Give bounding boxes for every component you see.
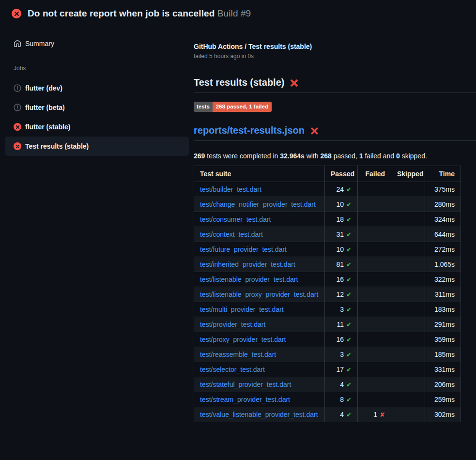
sidebar-item-test-results-stable[interactable]: Test results (stable)	[5, 137, 189, 156]
time-cell: 259ms	[425, 392, 461, 407]
x-mark-icon: ✘	[380, 411, 385, 418]
suite-cell: test/future_provider_test.dart	[194, 242, 325, 257]
check-mark-icon: ✔	[346, 351, 352, 358]
check-mark-icon: ✔	[346, 306, 352, 313]
test-results-table: Test suite Passed Failed Skipped Time te…	[194, 166, 461, 422]
alert-circle-icon	[14, 84, 21, 92]
time-cell: 280ms	[425, 197, 461, 212]
check-mark-icon: ✔	[346, 381, 352, 388]
suite-cell: test/provider_test.dart	[194, 317, 325, 332]
time-cell: 302ms	[425, 407, 461, 422]
failed-cell	[358, 392, 391, 407]
test-suite-link[interactable]: test/future_provider_test.dart	[200, 245, 287, 253]
test-suite-link[interactable]: test/change_notifier_provider_test.dart	[200, 200, 316, 208]
suite-cell: test/builder_test.dart	[194, 182, 325, 197]
passed-cell: 10✔	[325, 197, 358, 212]
check-mark-icon: ✔	[346, 186, 352, 193]
time-cell: 185ms	[425, 347, 461, 362]
time-cell: 183ms	[425, 302, 461, 317]
test-suite-link[interactable]: test/selector_test.dart	[200, 366, 265, 373]
test-suite-link[interactable]: test/provider_test.dart	[200, 321, 265, 328]
passed-cell: 31✔	[325, 227, 358, 242]
skipped-cell	[391, 182, 425, 197]
check-mark-icon: ✔	[346, 216, 352, 223]
suite-cell: test/context_test.dart	[194, 227, 325, 242]
time-cell: 206ms	[425, 377, 461, 392]
test-suite-link[interactable]: test/proxy_provider_test.dart	[200, 336, 286, 343]
passed-cell: 16✔	[325, 272, 358, 287]
suite-cell: test/change_notifier_provider_test.dart	[194, 197, 325, 212]
section-heading-text: Test results (stable)	[194, 77, 284, 88]
table-row: test/stateful_provider_test.dart4✔206ms	[194, 377, 461, 392]
time-cell: 359ms	[425, 332, 461, 347]
badge-label: tests	[194, 102, 213, 112]
suite-cell: test/reassemble_test.dart	[194, 347, 325, 362]
section-heading: Test results (stable)	[194, 77, 476, 93]
test-suite-link[interactable]: test/consumer_test.dart	[200, 215, 271, 223]
column-header-passed: Passed	[325, 166, 358, 182]
report-file-link[interactable]: reports/test-results.json	[194, 125, 305, 136]
passed-cell: 11✔	[325, 317, 358, 332]
passed-cell: 4✔	[325, 407, 358, 422]
run-name: Do not create report when job is cancell…	[28, 8, 215, 18]
sidebar-item-label: flutter (stable)	[25, 123, 70, 131]
sidebar-item-flutter-beta[interactable]: flutter (beta)	[5, 98, 189, 117]
table-row: test/future_provider_test.dart10✔272ms	[194, 242, 461, 257]
test-suite-link[interactable]: test/listenable_proxy_provider_test.dart	[200, 291, 318, 298]
time-cell: 375ms	[425, 182, 461, 197]
skipped-cell	[391, 227, 425, 242]
test-suite-link[interactable]: test/context_test.dart	[200, 230, 263, 238]
test-suite-link[interactable]: test/value_listenable_provider_test.dart	[200, 411, 318, 418]
table-row: test/reassemble_test.dart3✔185ms	[194, 347, 461, 362]
time-cell: 322ms	[425, 272, 461, 287]
test-suite-link[interactable]: test/stream_provider_test.dart	[200, 396, 290, 403]
sidebar-item-label: Summary	[25, 40, 54, 47]
failed-cell	[358, 197, 391, 212]
table-row: test/consumer_test.dart18✔324ms	[194, 212, 461, 227]
table-row: test/change_notifier_provider_test.dart1…	[194, 197, 461, 212]
skipped-cell	[391, 272, 425, 287]
table-row: test/multi_provider_test.dart3✔183ms	[194, 302, 461, 317]
time-cell: 272ms	[425, 242, 461, 257]
sidebar: Summary Jobs flutter (dev)flutter (beta)…	[0, 27, 194, 156]
sidebar-item-flutter-dev[interactable]: flutter (dev)	[5, 78, 189, 98]
page-title: Do not create report when job is cancell…	[28, 8, 251, 19]
time-cell: 644ms	[425, 227, 461, 242]
test-suite-link[interactable]: test/multi_provider_test.dart	[200, 306, 284, 313]
main-content: GitHub Actions / Test results (stable) f…	[194, 27, 476, 422]
test-suite-link[interactable]: test/stateful_provider_test.dart	[200, 381, 291, 388]
skipped-cell	[391, 317, 425, 332]
column-header-time: Time	[425, 166, 461, 182]
table-row: test/builder_test.dart24✔375ms	[194, 182, 461, 197]
table-row: test/selector_test.dart17✔331ms	[194, 362, 461, 377]
failed-cell	[358, 182, 391, 197]
cross-mark-icon	[310, 126, 319, 136]
suite-cell: test/stream_provider_test.dart	[194, 392, 325, 407]
test-suite-link[interactable]: test/inherited_provider_test.dart	[200, 261, 295, 268]
test-suite-link[interactable]: test/listenable_provider_test.dart	[200, 276, 298, 283]
cross-mark-icon	[290, 78, 299, 88]
skipped-cell	[391, 257, 425, 272]
suite-cell: test/inherited_provider_test.dart	[194, 257, 325, 272]
failed-cell	[358, 347, 391, 362]
x-circle-fill-icon	[14, 123, 21, 131]
badge-value: 268 passed, 1 failed	[213, 102, 272, 112]
suite-cell: test/selector_test.dart	[194, 362, 325, 377]
check-mark-icon: ✔	[346, 321, 352, 328]
suite-cell: test/listenable_provider_test.dart	[194, 272, 325, 287]
sidebar-item-label: Test results (stable)	[25, 142, 89, 150]
sidebar-item-label: flutter (beta)	[25, 104, 65, 111]
test-suite-link[interactable]: test/builder_test.dart	[200, 185, 261, 193]
check-mark-icon: ✔	[346, 396, 352, 403]
failed-cell	[358, 242, 391, 257]
suite-cell: test/value_listenable_provider_test.dart	[194, 407, 325, 422]
failed-cell	[358, 257, 391, 272]
x-circle-fill-icon	[14, 142, 21, 150]
sidebar-item-summary[interactable]: Summary	[5, 34, 189, 53]
time-cell: 324ms	[425, 212, 461, 227]
time-cell: 311ms	[425, 287, 461, 302]
passed-cell: 3✔	[325, 347, 358, 362]
test-suite-link[interactable]: test/reassemble_test.dart	[200, 351, 276, 358]
sidebar-item-flutter-stable[interactable]: flutter (stable)	[5, 117, 189, 137]
passed-cell: 8✔	[325, 392, 358, 407]
